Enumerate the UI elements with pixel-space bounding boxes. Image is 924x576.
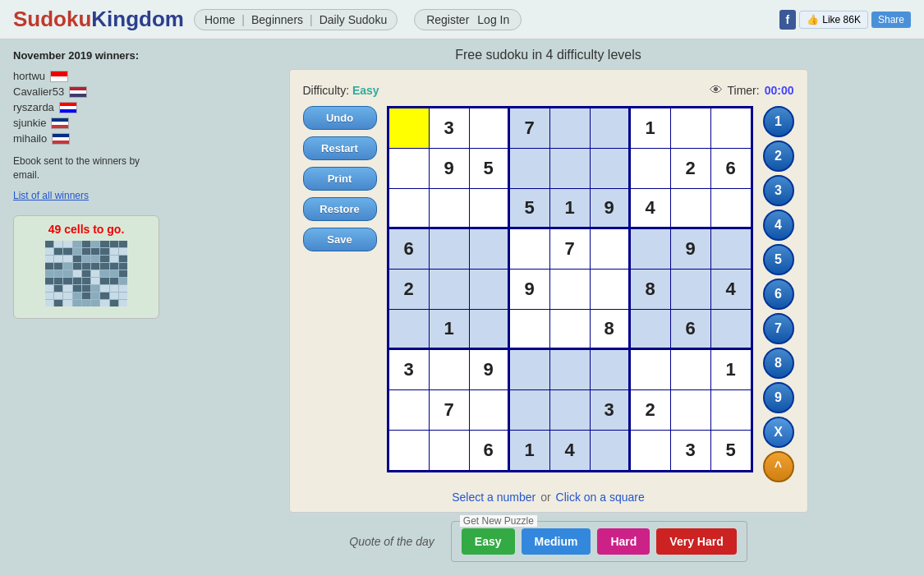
sudoku-cell[interactable] — [671, 189, 710, 228]
sudoku-cell[interactable] — [389, 431, 429, 470]
sudoku-cell[interactable] — [389, 390, 429, 430]
sudoku-cell[interactable] — [591, 270, 630, 309]
sudoku-cell[interactable] — [550, 310, 590, 349]
fb-share-button[interactable]: Share — [871, 12, 911, 28]
sudoku-cell[interactable] — [591, 108, 630, 148]
sudoku-cell[interactable] — [550, 270, 590, 309]
sudoku-cell[interactable] — [470, 189, 509, 228]
sudoku-cell[interactable] — [430, 189, 469, 228]
sudoku-cell[interactable] — [470, 390, 509, 430]
sudoku-cell[interactable] — [631, 149, 670, 188]
sudoku-cell[interactable]: 2 — [631, 390, 670, 430]
sudoku-cell[interactable]: 9 — [470, 350, 509, 389]
sudoku-cell[interactable] — [389, 310, 429, 349]
sudoku-cell[interactable]: 5 — [711, 431, 751, 470]
sudoku-cell[interactable]: 3 — [671, 431, 710, 470]
sudoku-cell[interactable] — [591, 229, 630, 269]
nav-daily-sudoku[interactable]: Daily Sudoku — [319, 13, 388, 26]
sudoku-cell[interactable]: 3 — [389, 350, 429, 389]
num-button-7[interactable]: 7 — [763, 313, 794, 344]
hard-button[interactable]: Hard — [597, 528, 650, 555]
num-button-1[interactable]: 1 — [763, 106, 794, 137]
num-button-5[interactable]: 5 — [763, 244, 794, 275]
fb-like-button[interactable]: 👍 Like 86K — [799, 11, 868, 29]
sudoku-cell[interactable]: 8 — [631, 270, 670, 309]
restore-button[interactable]: Restore — [303, 197, 377, 221]
undo-button[interactable]: Undo — [303, 106, 377, 130]
sudoku-cell[interactable] — [389, 149, 429, 188]
sudoku-cell[interactable]: 5 — [470, 149, 509, 188]
sudoku-cell[interactable] — [671, 350, 710, 389]
sudoku-cell[interactable]: 4 — [711, 270, 751, 309]
sudoku-cell[interactable]: 1 — [510, 431, 549, 470]
sudoku-cell[interactable]: 6 — [470, 431, 509, 470]
medium-button[interactable]: Medium — [522, 528, 591, 555]
sudoku-cell[interactable] — [671, 270, 710, 309]
sudoku-cell[interactable] — [671, 390, 710, 430]
sudoku-cell[interactable] — [711, 108, 751, 148]
num-button-6[interactable]: 6 — [763, 279, 794, 310]
sudoku-cell[interactable] — [631, 229, 670, 269]
num-button-8[interactable]: 8 — [763, 348, 794, 379]
sudoku-cell[interactable] — [510, 310, 549, 349]
sudoku-cell[interactable] — [470, 270, 509, 309]
sudoku-cell[interactable] — [671, 108, 710, 148]
sudoku-cell[interactable] — [591, 431, 630, 470]
sudoku-cell[interactable] — [470, 310, 509, 349]
num-button-4[interactable]: 4 — [763, 210, 794, 241]
sudoku-cell[interactable] — [711, 229, 751, 269]
sudoku-cell[interactable] — [711, 189, 751, 228]
sudoku-cell[interactable] — [550, 108, 590, 148]
sudoku-cell[interactable]: 2 — [389, 270, 429, 309]
very-hard-button[interactable]: Very Hard — [656, 528, 736, 555]
clear-button[interactable]: X — [763, 417, 794, 448]
nav-beginners[interactable]: Beginners — [251, 13, 303, 26]
sudoku-cell[interactable]: 1 — [631, 108, 670, 148]
sudoku-cell[interactable] — [550, 350, 590, 389]
sudoku-cell[interactable] — [430, 350, 469, 389]
sudoku-cell[interactable] — [470, 229, 509, 269]
sudoku-cell[interactable]: 9 — [510, 270, 549, 309]
print-button[interactable]: Print — [303, 167, 377, 191]
sudoku-cell[interactable]: 4 — [631, 189, 670, 228]
sudoku-cell[interactable] — [510, 229, 549, 269]
sudoku-cell[interactable]: 5 — [510, 189, 549, 228]
easy-button[interactable]: Easy — [462, 528, 515, 555]
sudoku-cell[interactable] — [591, 350, 630, 389]
sudoku-cell[interactable]: 1 — [711, 350, 751, 389]
sudoku-cell[interactable] — [550, 149, 590, 188]
sudoku-cell[interactable]: 6 — [671, 310, 710, 349]
sudoku-cell[interactable] — [430, 270, 469, 309]
sudoku-cell[interactable]: 1 — [430, 310, 469, 349]
sudoku-cell[interactable] — [711, 310, 751, 349]
sudoku-cell[interactable] — [510, 390, 549, 430]
sudoku-cell[interactable]: 9 — [671, 229, 710, 269]
sudoku-cell[interactable]: 9 — [430, 149, 469, 188]
sudoku-grid[interactable]: 37195265194679298418639173261435 — [387, 106, 753, 472]
sudoku-cell[interactable] — [711, 390, 751, 430]
num-button-9[interactable]: 9 — [763, 382, 794, 413]
num-button-2[interactable]: 2 — [763, 141, 794, 172]
sudoku-cell[interactable]: 7 — [510, 108, 549, 148]
sudoku-cell[interactable] — [389, 189, 429, 228]
register-link[interactable]: Register — [426, 13, 469, 26]
save-button[interactable]: Save — [303, 228, 377, 251]
sudoku-cell[interactable] — [591, 149, 630, 188]
sudoku-cell[interactable] — [631, 350, 670, 389]
nav-home[interactable]: Home — [205, 13, 235, 26]
sudoku-cell[interactable]: 6 — [711, 149, 751, 188]
sudoku-cell[interactable]: 2 — [671, 149, 710, 188]
sudoku-cell[interactable] — [430, 229, 469, 269]
all-winners-link[interactable]: List of all winners — [13, 190, 89, 201]
sudoku-cell[interactable] — [470, 108, 509, 148]
sudoku-cell[interactable]: 3 — [591, 390, 630, 430]
sudoku-cell[interactable] — [631, 310, 670, 349]
num-button-3[interactable]: 3 — [763, 175, 794, 206]
sudoku-cell[interactable]: 1 — [550, 189, 590, 228]
sudoku-cell[interactable] — [389, 108, 429, 148]
login-link[interactable]: Log In — [477, 13, 509, 26]
hint-button[interactable]: ^ — [763, 451, 794, 482]
sudoku-cell[interactable] — [631, 431, 670, 470]
sudoku-cell[interactable] — [510, 350, 549, 389]
sudoku-cell[interactable]: 9 — [591, 189, 630, 228]
